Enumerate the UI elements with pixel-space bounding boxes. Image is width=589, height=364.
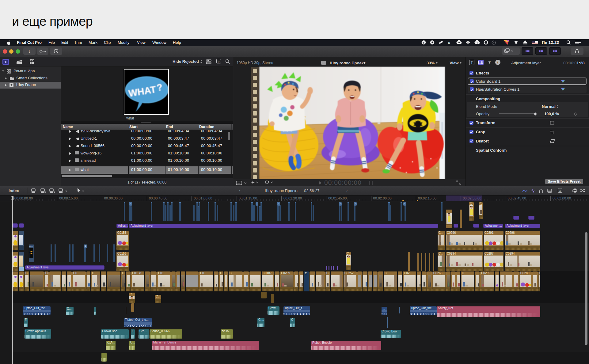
- svg-text:a: a: [448, 40, 450, 44]
- svg-text:S: S: [423, 41, 424, 44]
